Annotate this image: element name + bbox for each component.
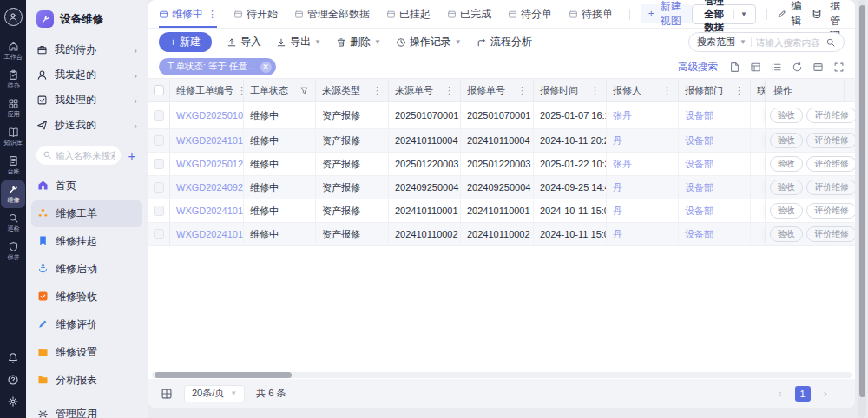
select-all-checkbox[interactable] [154,85,164,95]
sidebar-item-维修验收[interactable]: 维修验收 [31,284,142,310]
action-button-评价维修[interactable]: 评价维修 [806,133,855,148]
operation-records-button[interactable]: 操作记录 ▼ [396,35,462,49]
action-button-验收[interactable]: 验收 [770,180,803,195]
export-button[interactable]: 导出 ▼ [276,35,321,49]
page-size-select[interactable]: 20条/页 ▼ [184,385,245,402]
prev-page-button[interactable]: ‹ [778,387,781,400]
cell-link[interactable]: WXGD20250122003 [176,159,244,169]
cell-link[interactable]: WXGD20240925004 [176,182,244,193]
rail-item-todo[interactable]: 待办 [1,66,25,94]
action-button-验收[interactable]: 验收 [770,108,803,123]
cell-link[interactable]: 设备部 [685,181,713,194]
user-avatar[interactable] [4,8,23,26]
current-page[interactable]: 1 [795,386,811,402]
cell-link[interactable]: 张丹 [613,109,632,122]
scrollbar-thumb[interactable] [155,372,292,378]
rail-item-ledger[interactable]: 台账 [1,152,25,180]
column-menu-icon[interactable]: ⋮ [662,85,672,96]
doc-export-icon[interactable] [729,62,740,73]
search-icon[interactable] [825,37,836,48]
action-button-评价维修[interactable]: 评价维修 [806,226,855,242]
manage-app-button[interactable]: 管理应用 [26,395,148,418]
sidebar-item-维修评价[interactable]: 维修评价 [31,311,142,338]
column-menu-icon[interactable]: ⋮ [237,85,244,96]
rail-item-workbench[interactable]: 工作台 [1,37,25,65]
sidebar-item-维修挂起[interactable]: 维修挂起 [31,228,142,255]
advanced-search-link[interactable]: 高级搜索 [678,61,718,74]
table-search-input[interactable] [756,37,821,48]
tab-待接单[interactable]: 待接单 [569,0,613,28]
scrollbar-thumb[interactable] [859,5,865,397]
cell-link[interactable]: 丹 [613,134,622,147]
flow-analysis-button[interactable]: 流程分析 [477,35,532,49]
cell-link[interactable]: 丹 [613,228,622,241]
action-button-验收[interactable]: 验收 [770,226,803,242]
close-icon[interactable]: ✕ [260,62,272,73]
cell-link[interactable]: WXGD20241011002 [176,229,244,239]
tab-已挂起[interactable]: 已挂起 [386,0,431,28]
row-checkbox[interactable] [154,229,164,239]
create-button[interactable]: +新建 [159,32,212,52]
tab-待开始[interactable]: 待开始 [233,0,278,28]
fullscreen-icon[interactable] [833,62,845,73]
sidebar-item-维修设置[interactable]: 维修设置 [31,339,142,366]
cell-link[interactable]: 丹 [613,205,622,218]
search-scope-dropdown[interactable]: 搜索范围 [697,36,735,49]
column-menu-icon[interactable]: ⋮ [734,85,744,96]
action-button-验收[interactable]: 验收 [770,203,803,219]
filter-icon[interactable] [299,86,309,95]
column-menu-icon[interactable]: ⋮ [590,85,600,96]
refresh-icon[interactable] [792,62,803,73]
vertical-scrollbar[interactable] [858,0,866,418]
row-checkbox[interactable] [154,135,164,146]
card-icon[interactable] [812,62,824,73]
sidebar-menu-抄送我的[interactable]: 抄送我的 › [26,113,148,138]
table-view-icon[interactable] [161,388,173,400]
settings-icon[interactable] [7,395,19,408]
sidebar-menu-我处理的[interactable]: 我处理的 › [26,88,148,113]
cell-link[interactable]: 设备部 [685,134,713,147]
edit-button[interactable]: 编辑 [777,0,801,29]
cell-link[interactable]: WXGD20241011004 [176,135,244,146]
list-icon[interactable] [771,62,782,73]
tab-维修中[interactable]: 维修中 ⋮ [159,0,217,28]
rail-item-inspection[interactable]: 巡检 [1,209,25,237]
tab-待分单[interactable]: 待分单 [508,0,552,28]
action-button-验收[interactable]: 验收 [770,156,803,172]
column-menu-icon[interactable]: ⋮ [444,85,454,96]
filter-chip[interactable]: 工单状态: 等于 任意... ✕ [159,58,276,75]
sidebar-menu-我的待办[interactable]: 我的待办 › [26,37,148,62]
cell-link[interactable]: 张丹 [613,158,632,171]
action-button-评价维修[interactable]: 评价维修 [806,156,855,172]
tab-管理全部数据[interactable]: 管理全部数据 [294,0,370,28]
delete-button[interactable]: 删除 ▼ [336,35,381,49]
new-view-button[interactable]: +新建视图 [641,4,692,23]
rail-item-knowledge[interactable]: 知识库 [1,123,25,151]
sidebar-item-维修工单[interactable]: 维修工单 [31,200,142,227]
column-menu-icon[interactable]: ⋮ [517,85,527,96]
rail-item-apps[interactable]: 应用 [1,95,25,122]
row-checkbox[interactable] [154,206,164,216]
cell-link[interactable]: WXGD20241011001 [176,206,244,216]
action-button-评价维修[interactable]: 评价维修 [806,203,855,219]
column-menu-icon[interactable]: ⋮ [372,85,382,96]
sidebar-menu-我发起的[interactable]: 我发起的 › [26,62,148,88]
next-page-button[interactable]: › [824,387,827,400]
row-checkbox[interactable] [154,182,164,193]
import-button[interactable]: 导入 [227,35,261,49]
sidebar-item-首页[interactable]: 首页 [31,173,142,199]
help-icon[interactable] [7,374,19,386]
horizontal-scrollbar[interactable] [152,372,852,378]
sidebar-item-分析报表[interactable]: 分析报表 [31,367,142,394]
tab-menu-icon[interactable]: ⋮ [207,9,217,20]
action-button-评价维修[interactable]: 评价维修 [806,180,855,195]
notifications-icon[interactable] [7,352,19,364]
row-checkbox[interactable] [154,110,164,121]
tab-已完成[interactable]: 已完成 [447,0,491,28]
table-adjust-icon[interactable] [750,62,761,73]
action-button-评价维修[interactable]: 评价维修 [806,108,855,123]
cell-link[interactable]: 设备部 [685,109,713,122]
rail-item-repair[interactable]: 维修 [1,180,25,208]
cell-link[interactable]: WXGD20250107001 [176,110,244,121]
cell-link[interactable]: 设备部 [685,158,713,171]
